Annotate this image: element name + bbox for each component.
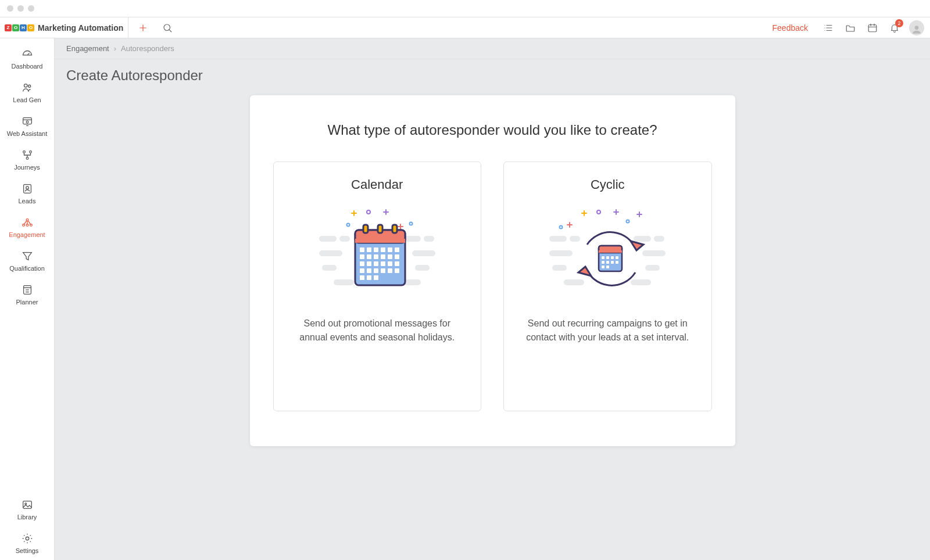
- sidebar-item-leadgen[interactable]: Lead Gen: [0, 76, 54, 109]
- svg-rect-82: [381, 261, 385, 266]
- svg-rect-10: [868, 24, 877, 31]
- brand[interactable]: ZOHO Marketing Automation: [5, 23, 123, 33]
- svg-point-22: [23, 151, 25, 153]
- option-card-cyclic[interactable]: Cyclic: [503, 161, 712, 411]
- cyclic-illustration: [520, 204, 695, 303]
- svg-rect-63: [355, 239, 405, 243]
- avatar[interactable]: [909, 20, 924, 35]
- sidebar-item-dashboard[interactable]: Dashboard: [0, 42, 54, 76]
- window-dot-minimize[interactable]: [17, 5, 24, 12]
- chevron-right-icon: ›: [114, 44, 116, 53]
- svg-rect-88: [381, 268, 385, 273]
- svg-rect-119: [599, 250, 622, 253]
- window-dot-close[interactable]: [7, 5, 13, 12]
- svg-rect-85: [360, 268, 364, 273]
- funnel-icon: [21, 250, 34, 263]
- svg-rect-100: [552, 265, 567, 271]
- svg-rect-97: [654, 236, 664, 242]
- sidebar-item-qualification[interactable]: Qualification: [0, 244, 54, 278]
- notifications-button[interactable]: 2: [885, 18, 904, 38]
- sidebar-item-webassistant[interactable]: Web Assistant: [0, 109, 54, 143]
- sidebar-item-leads[interactable]: Leads: [0, 177, 54, 210]
- svg-rect-126: [611, 261, 614, 264]
- calendar-button[interactable]: [863, 18, 882, 38]
- sidebar-item-planner[interactable]: Planner: [0, 278, 54, 311]
- svg-rect-49: [415, 265, 430, 271]
- svg-point-112: [597, 210, 600, 214]
- option-desc: Send out recurring campaigns to get in c…: [524, 317, 692, 344]
- svg-rect-89: [388, 268, 392, 273]
- svg-marker-116: [578, 267, 591, 276]
- feedback-link[interactable]: Feedback: [767, 23, 814, 33]
- svg-rect-91: [360, 275, 364, 280]
- add-button[interactable]: [133, 18, 153, 38]
- svg-point-20: [26, 121, 28, 123]
- calendar-icon: [867, 23, 878, 33]
- svg-rect-124: [602, 261, 604, 264]
- search-icon: [162, 23, 173, 33]
- svg-line-3: [170, 30, 171, 31]
- window-dot-zoom[interactable]: [28, 5, 34, 12]
- svg-rect-125: [606, 261, 609, 264]
- plus-icon: [138, 23, 148, 33]
- sidebar-item-label: Engagement: [9, 231, 45, 238]
- svg-rect-68: [367, 247, 371, 252]
- sidebar-item-library[interactable]: Library: [0, 493, 54, 526]
- svg-point-27: [26, 186, 28, 189]
- svg-rect-71: [388, 247, 392, 252]
- svg-rect-129: [606, 265, 609, 268]
- folder-icon: [845, 23, 856, 33]
- svg-point-58: [367, 210, 370, 214]
- svg-rect-66: [392, 225, 397, 233]
- sidebar-item-engagement[interactable]: Engagement: [0, 210, 54, 244]
- gauge-icon: [21, 48, 34, 60]
- svg-rect-122: [611, 256, 614, 259]
- svg-rect-76: [381, 254, 385, 259]
- svg-rect-79: [360, 261, 364, 266]
- window-chrome: [0, 0, 930, 17]
- sidebar-item-label: Web Assistant: [7, 130, 48, 137]
- sidebar-item-journeys[interactable]: Journeys: [0, 143, 54, 177]
- svg-point-17: [28, 85, 30, 87]
- sidebar-item-settings[interactable]: Settings: [0, 526, 54, 560]
- panel-heading: What type of autoresponder would you lik…: [273, 122, 712, 138]
- topbar-right: 2: [818, 18, 924, 38]
- option-desc: Send out promotional messages for annual…: [294, 317, 462, 344]
- svg-rect-69: [374, 247, 378, 252]
- svg-rect-64: [363, 225, 368, 233]
- svg-rect-121: [606, 256, 609, 259]
- tasks-button[interactable]: [818, 18, 838, 38]
- svg-point-28: [26, 219, 28, 221]
- sidebar-item-label: Settings: [16, 547, 39, 554]
- svg-rect-78: [395, 254, 399, 259]
- svg-point-16: [24, 84, 27, 88]
- search-button[interactable]: [158, 18, 177, 38]
- svg-rect-123: [616, 256, 618, 259]
- sidebar: Dashboard Lead Gen Web Assistant Journey…: [0, 38, 55, 560]
- svg-point-31: [26, 224, 28, 227]
- option-card-calendar[interactable]: Calendar: [273, 161, 482, 411]
- svg-point-41: [26, 537, 29, 540]
- breadcrumb-parent[interactable]: Engagement: [66, 44, 109, 53]
- svg-rect-75: [374, 254, 378, 259]
- svg-rect-98: [549, 250, 573, 256]
- folder-button[interactable]: [840, 18, 860, 38]
- notification-badge: 2: [895, 19, 903, 27]
- breadcrumb: Engagement › Autoresponders: [55, 38, 930, 59]
- svg-rect-83: [388, 261, 392, 266]
- svg-rect-103: [631, 279, 651, 285]
- sidebar-item-label: Library: [17, 514, 37, 520]
- svg-rect-86: [367, 268, 371, 273]
- svg-rect-45: [424, 236, 434, 242]
- svg-rect-74: [367, 254, 371, 259]
- create-panel: What type of autoresponder would you lik…: [250, 95, 735, 446]
- svg-point-113: [627, 220, 629, 223]
- breadcrumb-current: Autoresponders: [121, 44, 174, 53]
- svg-rect-87: [374, 268, 378, 273]
- svg-point-2: [164, 24, 170, 31]
- brand-name: Marketing Automation: [38, 23, 123, 33]
- svg-rect-48: [322, 265, 337, 271]
- option-title: Calendar: [351, 177, 403, 192]
- sidebar-item-label: Leads: [19, 198, 36, 204]
- svg-rect-93: [374, 275, 378, 280]
